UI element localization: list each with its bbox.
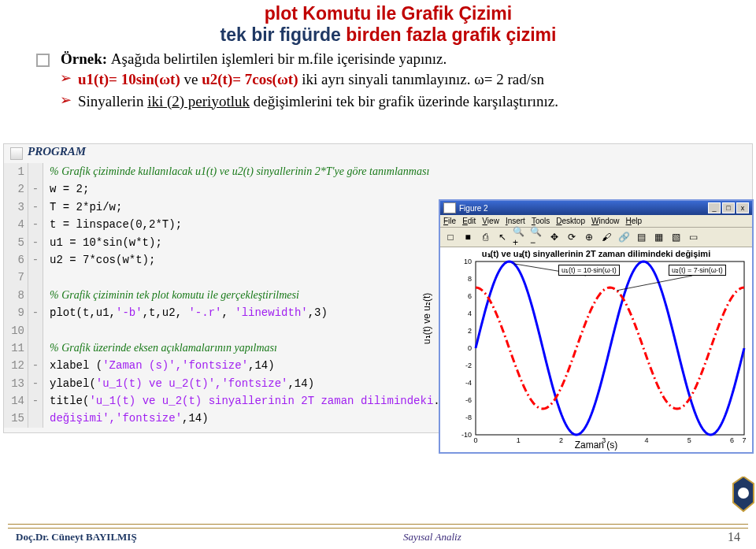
gutter-marker: -: [28, 304, 43, 321]
arrow1-u1: u1(t)= 10sin(ωt): [78, 71, 183, 87]
line-number: 12: [4, 357, 28, 374]
xtick: 1: [510, 436, 526, 444]
ytick: 6: [456, 292, 472, 300]
callout-u1: u₁(t) = 10·sin(ω·t): [558, 265, 620, 276]
code-line: 1% Grafik çiziminde kullanılacak u1(t) v…: [4, 163, 752, 180]
rotate-icon[interactable]: ⟳: [564, 229, 580, 245]
menu-help[interactable]: Help: [626, 217, 643, 225]
ornek-rest: Aşağıda belirtilen işlemleri bir m.file …: [111, 50, 447, 67]
minimize-button[interactable]: _: [708, 202, 721, 213]
menu-tools[interactable]: Tools: [532, 217, 550, 225]
line-number: 3: [4, 198, 28, 216]
arrow1-body: u1(t)= 10sin(ωt) ve u2(t)= 7cos(ωt) iki …: [78, 69, 740, 90]
heading-line2-navy: tek bir figürde: [220, 24, 346, 45]
gutter-marker: [28, 163, 43, 180]
menu-file[interactable]: File: [443, 217, 456, 225]
xtick: 0: [468, 436, 484, 444]
ytick: -6: [456, 396, 472, 404]
gutter-marker: -: [28, 216, 43, 233]
new-icon[interactable]: □: [443, 229, 458, 245]
gutter-marker: [28, 322, 43, 339]
ytick: 4: [456, 310, 472, 317]
pointer-icon[interactable]: ↖: [495, 229, 510, 245]
gutter-marker: -: [28, 251, 43, 269]
footer-title: Sayısal Analiz: [137, 531, 728, 543]
page-number: 14: [728, 530, 740, 544]
gutter-marker: [28, 410, 43, 427]
gutter-marker: -: [28, 234, 43, 251]
figure-toolbar[interactable]: □■⎙↖🔍+🔍−✥⟳⊕🖌🔗▤▦▧▭: [440, 228, 752, 247]
gutter-marker: -: [28, 375, 43, 392]
menu-insert[interactable]: Insert: [506, 217, 525, 225]
bullet-square-icon: [36, 54, 50, 67]
gutter-marker: [28, 269, 43, 286]
legend-icon[interactable]: ▦: [650, 229, 666, 245]
data-cursor-icon[interactable]: ⊕: [581, 229, 597, 245]
save-icon[interactable]: ■: [460, 229, 476, 245]
link-icon[interactable]: 🔗: [616, 229, 632, 245]
line-number: 9: [4, 304, 28, 321]
gutter-marker: [28, 287, 43, 304]
arrow2-underline: iki (2) periyotluk: [147, 93, 250, 109]
arrow2-post: değişimlerini tek bir grafik üzerinde ka…: [250, 93, 558, 109]
xtick: 5: [681, 436, 697, 444]
arrow1-tail: iki ayrı sinyali tanımlayınız. ω= 2 rad/…: [302, 71, 544, 87]
heading-line1: plot Komutu ile Grafik Çizimi: [36, 3, 740, 24]
close-button[interactable]: x: [736, 202, 749, 213]
figure-menubar[interactable]: FileEditViewInsertToolsDesktopWindowHelp: [440, 215, 752, 228]
line-number: 7: [4, 269, 28, 286]
line-number: 8: [4, 287, 28, 304]
menu-edit[interactable]: Edit: [462, 217, 476, 225]
colorbar-icon[interactable]: ▤: [633, 229, 649, 245]
zoom-out-icon[interactable]: 🔍−: [529, 229, 545, 245]
xtick: 2: [554, 436, 569, 444]
menu-window[interactable]: Window: [591, 217, 620, 225]
ytick: -2: [456, 362, 472, 369]
ytick: 2: [456, 327, 472, 335]
grid-icon[interactable]: ▧: [668, 229, 684, 245]
line-number: 13: [4, 375, 28, 392]
university-logo-icon: [732, 477, 754, 521]
program-label: PROGRAM: [28, 145, 86, 158]
xtick: 4: [639, 436, 654, 444]
axes-icon[interactable]: ▭: [685, 229, 701, 245]
line-number: 1: [4, 163, 28, 180]
maximize-button[interactable]: □: [722, 202, 735, 213]
brush-icon[interactable]: 🖌: [598, 229, 614, 245]
ytick: 0: [456, 344, 472, 352]
print-icon[interactable]: ⎙: [477, 229, 493, 245]
menu-desktop[interactable]: Desktop: [556, 217, 585, 225]
line-number: 10: [4, 322, 28, 339]
arrow2-body: Sinyallerin iki (2) periyotluk değişimle…: [78, 91, 740, 112]
plot-svg: [440, 247, 752, 452]
arrow2-pre: Sinyallerin: [78, 93, 147, 109]
xtick: 3: [596, 436, 612, 444]
menu-view[interactable]: View: [482, 217, 499, 225]
ornek-text: Örnek: Aşağıda belirtilen işlemleri bir …: [61, 50, 447, 68]
ytick: 8: [456, 275, 472, 283]
line-number: 2: [4, 180, 28, 198]
line-number: 4: [4, 216, 28, 233]
page-scroll-icon: [10, 147, 23, 160]
svg-point-4: [738, 488, 749, 499]
callout-u2: u₂(t) = 7·sin(ω·t): [669, 265, 726, 276]
gutter-marker: -: [28, 357, 43, 374]
code-body-cell: w = 2;: [43, 180, 753, 198]
line-number: 5: [4, 234, 28, 251]
gutter-marker: -: [28, 198, 43, 216]
line-number: 14: [4, 392, 28, 410]
pan-icon[interactable]: ✥: [547, 229, 562, 245]
ytick: -8: [456, 414, 472, 421]
zoom-in-icon[interactable]: 🔍+: [512, 229, 528, 245]
code-body-cell: % Grafik çiziminde kullanılacak u1(t) ve…: [43, 163, 753, 180]
ytick: -4: [456, 379, 472, 387]
heading-line2: tek bir figürde birden fazla grafik çizi…: [36, 24, 740, 46]
figure-app-icon: ◆: [443, 202, 456, 213]
gutter-marker: [28, 339, 43, 357]
figure-window: ◆ Figure 2 _ □ x FileEditViewInsertTools…: [439, 199, 754, 454]
arrow1-u2: u2(t)= 7cos(ωt): [202, 71, 302, 87]
figure-title: Figure 2: [459, 204, 488, 213]
plot-ylabel: u₁(t) ve u₂(t): [421, 293, 432, 344]
figure-titlebar[interactable]: ◆ Figure 2 _ □ x: [440, 201, 752, 215]
ytick: 10: [456, 258, 472, 265]
